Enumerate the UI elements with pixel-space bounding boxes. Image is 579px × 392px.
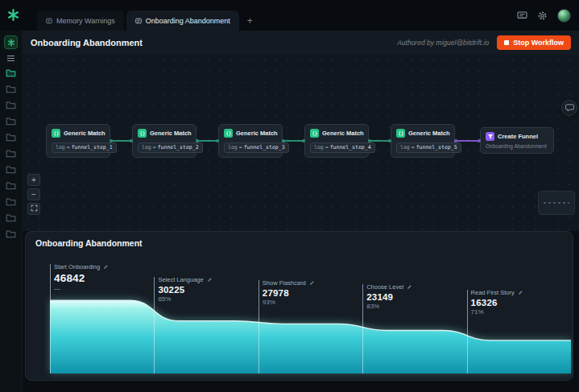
- node-param-chip: log=funnel_step_3: [224, 142, 289, 153]
- stage-value: 27978: [263, 288, 315, 298]
- stage-sub: —: [54, 285, 109, 292]
- stage-sub: 65%: [158, 295, 212, 303]
- match-icon: [52, 129, 60, 138]
- tab-onboarding-abandonment[interactable]: Onboarding Abandonment: [126, 10, 239, 31]
- stage-edit-icon[interactable]: [407, 284, 412, 290]
- minimap[interactable]: [538, 191, 575, 215]
- stage-sub: 93%: [263, 299, 315, 306]
- minimap-nodes: [544, 202, 569, 204]
- node-param-chip: log=funnel_step_5: [396, 142, 461, 153]
- tab-label: Onboarding Abandonment: [146, 17, 230, 25]
- stage-value: 16326: [471, 298, 523, 307]
- node-title: Create Funnel: [498, 133, 538, 140]
- node-param-chip: log=funnel_step_2: [138, 142, 203, 153]
- match-icon: [396, 129, 405, 138]
- stage-sub: 83%: [366, 303, 412, 310]
- funnel-stage: Choose Level 23149 83%: [366, 283, 412, 310]
- folder-icon[interactable]: [6, 165, 16, 174]
- stage-divider: [50, 264, 51, 373]
- topbar: Memory Warnings Onboarding Abandonment +: [0, 0, 579, 31]
- funnel-stage: Start Onboarding 46842 —: [54, 263, 109, 292]
- stage-edit-icon[interactable]: [207, 277, 213, 283]
- stage-name: Start Onboarding: [54, 263, 100, 270]
- stop-workflow-button[interactable]: Stop Workflow: [497, 35, 571, 50]
- workflow-title: Onboarding Abandonment: [31, 38, 143, 47]
- node-title: Generic Match: [150, 130, 192, 137]
- generic-match-node-5[interactable]: Generic Match log=funnel_step_5: [391, 124, 455, 158]
- generic-match-node-1[interactable]: Generic Match log=funnel_step_1: [46, 124, 110, 158]
- node-param-chip: log=funnel_step_4: [310, 142, 375, 153]
- node-title: Generic Match: [64, 130, 105, 137]
- bitdrift-logo-icon: [6, 8, 20, 22]
- folder-icon[interactable]: [6, 117, 16, 126]
- generic-match-node-3[interactable]: Generic Match log=funnel_step_3: [218, 124, 283, 158]
- tab-label: Memory Warnings: [56, 17, 115, 25]
- match-icon: [224, 129, 233, 138]
- stage-value: 30225: [158, 285, 212, 295]
- stage-sub: 71%: [471, 308, 523, 316]
- funnel-stage: Select Language 30225 65%: [158, 276, 212, 303]
- funnel-panel-title: Onboarding Abandonment: [26, 232, 573, 248]
- folder-icon-active[interactable]: [6, 68, 16, 77]
- match-icon: [310, 129, 319, 138]
- funnel-stage: Read First Story 16326 71%: [471, 289, 523, 316]
- zoom-in-button[interactable]: +: [27, 174, 40, 186]
- new-tab-button[interactable]: +: [247, 16, 253, 26]
- folder-icon[interactable]: [6, 101, 16, 109]
- connector-edge: [196, 140, 218, 142]
- stage-divider: [467, 290, 468, 373]
- connector-edge: [369, 140, 391, 142]
- zoom-out-button[interactable]: −: [27, 188, 40, 200]
- workflow-header: Onboarding Abandonment Authored by migue…: [23, 31, 579, 55]
- app-window: Memory Warnings Onboarding Abandonment +: [0, 0, 579, 392]
- tab-memory-warnings[interactable]: Memory Warnings: [37, 10, 124, 31]
- folder-icon[interactable]: [6, 213, 16, 222]
- generic-match-node-2[interactable]: Generic Match log=funnel_step_2: [132, 124, 196, 158]
- stage-value: 23149: [366, 292, 412, 302]
- workflow-canvas[interactable]: Generic Match log=funnel_step_1 Generic …: [23, 55, 579, 231]
- stage-name: Show Flashcard: [263, 279, 306, 287]
- tab-icon: [46, 18, 52, 24]
- stage-edit-icon[interactable]: [518, 290, 523, 295]
- create-funnel-node[interactable]: Create Funnel Onboarding Abandonment: [480, 127, 554, 154]
- stage-name: Choose Level: [366, 283, 403, 291]
- funnel-stage: Show Flashcard 27978 93%: [263, 279, 315, 306]
- connector-edge: [110, 140, 132, 142]
- stage-divider: [362, 284, 363, 373]
- stage-divider: [154, 277, 155, 373]
- folder-icon[interactable]: [6, 229, 16, 238]
- stage-value: 46842: [54, 272, 109, 284]
- folder-icon[interactable]: [6, 133, 16, 142]
- feedback-icon[interactable]: [517, 11, 527, 20]
- zoom-fit-button[interactable]: [27, 203, 40, 215]
- node-title: Generic Match: [322, 130, 364, 137]
- node-param-chip: log=funnel_step_1: [52, 142, 117, 153]
- node-row: Generic Match log=funnel_step_1 Generic …: [46, 124, 554, 158]
- connector-edge-purple: [455, 140, 480, 142]
- stage-name: Read First Story: [471, 289, 515, 296]
- sidebar-app-icon[interactable]: [4, 35, 18, 49]
- sidebar: [0, 31, 23, 392]
- folder-icon[interactable]: [6, 85, 16, 93]
- connector-edge: [283, 140, 304, 142]
- folder-icon[interactable]: [6, 149, 16, 158]
- stop-workflow-label: Stop Workflow: [513, 39, 564, 47]
- funnel-icon: [486, 132, 494, 141]
- stage-divider: [258, 280, 259, 373]
- node-title: Generic Match: [408, 130, 450, 137]
- stage-edit-icon[interactable]: [309, 280, 315, 286]
- stage-edit-icon[interactable]: [103, 264, 109, 270]
- folder-icon[interactable]: [6, 181, 16, 190]
- list-icon[interactable]: [6, 55, 15, 62]
- generic-match-node-4[interactable]: Generic Match log=funnel_step_4: [304, 124, 369, 158]
- chat-bubble-button[interactable]: [561, 100, 577, 116]
- funnel-panel: Onboarding Abandonment: [25, 231, 573, 381]
- stage-name: Select Language: [158, 276, 203, 283]
- user-avatar[interactable]: [557, 9, 571, 23]
- funnel-chart: Start Onboarding 46842 — Select Language…: [50, 253, 571, 373]
- chat-bubble-icon: [565, 104, 574, 112]
- node-subtitle: Onboarding Abandonment: [486, 143, 548, 149]
- zoom-controls: + −: [27, 174, 40, 215]
- settings-gear-icon[interactable]: [537, 10, 548, 21]
- folder-icon[interactable]: [6, 197, 16, 206]
